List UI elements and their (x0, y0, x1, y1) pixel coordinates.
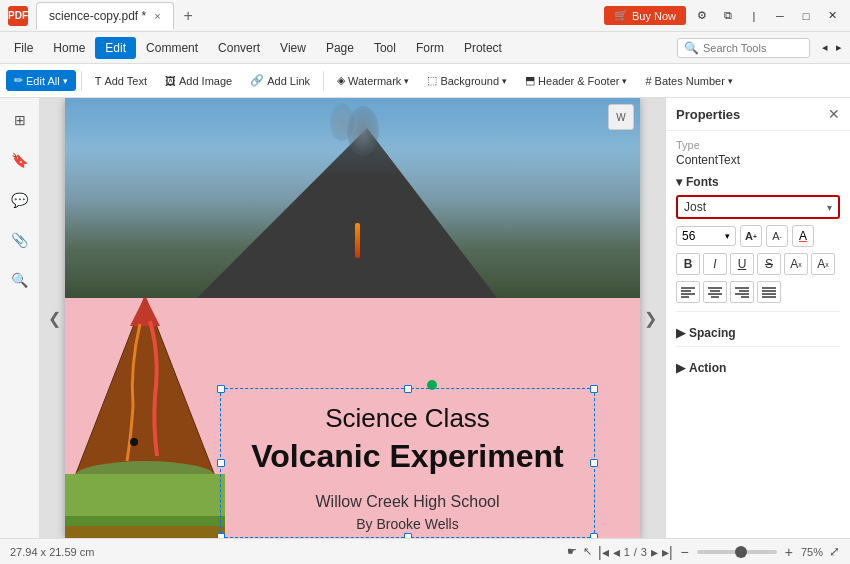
selection-handle-br[interactable] (590, 533, 598, 538)
last-page-button[interactable]: ▸| (662, 544, 673, 560)
superscript-button[interactable]: Ax (784, 253, 808, 275)
header-footer-button[interactable]: ⬒ Header & Footer ▾ (517, 70, 635, 91)
school-name-text[interactable]: Willow Creek High School (225, 493, 590, 511)
zoom-slider[interactable] (697, 550, 777, 554)
status-bar-right: ☛ ↖ |◂ ◂ 1 / 3 ▸ ▸| − + 75% ⤢ (567, 544, 840, 560)
zoom-level: 75% (801, 546, 823, 558)
size-dropdown-arrow-icon: ▾ (725, 231, 730, 241)
add-text-icon: T (95, 75, 102, 87)
menu-tool[interactable]: Tool (364, 37, 406, 59)
science-class-text[interactable]: Science Class (225, 403, 590, 434)
minimize-button[interactable]: ─ (770, 6, 790, 26)
page-nav-left[interactable]: ❮ (48, 309, 61, 328)
fonts-section-header[interactable]: ▾ Fonts (676, 175, 840, 189)
header-footer-icon: ⬒ (525, 74, 535, 87)
menu-arrow-right[interactable]: ▸ (832, 39, 846, 56)
underline-button[interactable]: U (730, 253, 754, 275)
align-justify-button[interactable] (757, 281, 781, 303)
zoom-out-button[interactable]: − (679, 544, 691, 560)
tab-close-btn[interactable]: × (154, 10, 160, 22)
menu-form[interactable]: Form (406, 37, 454, 59)
wps-icon[interactable]: W (608, 104, 634, 130)
panel-close-button[interactable]: ✕ (828, 106, 840, 122)
add-image-icon: 🖼 (165, 75, 176, 87)
zoom-thumb[interactable] (735, 546, 747, 558)
selection-handle-bl[interactable] (217, 533, 225, 538)
menu-convert[interactable]: Convert (208, 37, 270, 59)
font-dropdown[interactable]: Jost ▾ (676, 195, 840, 219)
spacing-section-header[interactable]: ▶ Spacing (676, 326, 840, 340)
menu-edit[interactable]: Edit (95, 37, 136, 59)
watermark-button[interactable]: ◈ Watermark ▾ (329, 70, 417, 91)
window-icon-2: ⧉ (718, 6, 738, 26)
add-link-button[interactable]: 🔗 Add Link (242, 70, 318, 91)
buy-now-button[interactable]: 🛒 Buy Now (604, 6, 686, 25)
add-text-button[interactable]: T Add Text (87, 71, 155, 91)
selection-handle-tm[interactable] (404, 385, 412, 393)
selection-handle-ml[interactable] (217, 459, 225, 467)
edit-all-button[interactable]: ✏ Edit All ▾ (6, 70, 76, 91)
sidebar-icon-pages[interactable]: ⊞ (6, 106, 34, 134)
page-nav-right[interactable]: ❯ (644, 309, 657, 328)
prev-page-button[interactable]: ◂ (613, 544, 620, 560)
sidebar-icon-search[interactable]: 🔍 (6, 266, 34, 294)
selection-handle-tl[interactable] (217, 385, 225, 393)
bold-button[interactable]: B (676, 253, 700, 275)
action-section-header[interactable]: ▶ Action (676, 361, 840, 375)
font-dropdown-arrow-icon: ▾ (827, 202, 832, 213)
volcanic-experiment-text[interactable]: Volcanic Experiment (225, 438, 590, 475)
align-right-button[interactable] (730, 281, 754, 303)
bates-icon: # (645, 75, 651, 87)
font-size-down-button[interactable]: A- (766, 225, 788, 247)
window-close-button[interactable]: ✕ (822, 6, 842, 26)
volcano-svg (65, 296, 225, 538)
font-size-dropdown[interactable]: 56 ▾ (676, 226, 736, 246)
strikethrough-button[interactable]: S (757, 253, 781, 275)
maximize-button[interactable]: □ (796, 6, 816, 26)
first-page-button[interactable]: |◂ (598, 544, 609, 560)
align-left-button[interactable] (676, 281, 700, 303)
menu-protect[interactable]: Protect (454, 37, 512, 59)
zoom-in-button[interactable]: + (783, 544, 795, 560)
panel-body: Type ContentText ▾ Fonts Jost ▾ 56 ▾ A+ (666, 131, 850, 538)
watermark-icon: ◈ (337, 74, 345, 87)
menu-home[interactable]: Home (43, 37, 95, 59)
menu-comment[interactable]: Comment (136, 37, 208, 59)
menu-file[interactable]: File (4, 37, 43, 59)
sidebar-icon-comment[interactable]: 💬 (6, 186, 34, 214)
italic-button[interactable]: I (703, 253, 727, 275)
title-bar: PDF science-copy.pdf * × + 🛒 Buy Now ⚙ ⧉… (0, 0, 850, 32)
menu-arrow-left[interactable]: ◂ (818, 39, 832, 56)
cursor-icon-2: ↖ (583, 545, 592, 558)
add-link-icon: 🔗 (250, 74, 264, 87)
selection-handle-tr[interactable] (590, 385, 598, 393)
main-area: ⊞ 🔖 💬 📎 🔍 ❮ (0, 98, 850, 538)
new-tab-btn[interactable]: + (176, 7, 201, 25)
bates-number-button[interactable]: # Bates Number ▾ (637, 71, 740, 91)
alignment-row (676, 281, 840, 303)
font-size-up-button[interactable]: A+ (740, 225, 762, 247)
selection-handle-mr[interactable] (590, 459, 598, 467)
next-page-button[interactable]: ▸ (651, 544, 658, 560)
type-label: Type (676, 139, 840, 151)
selection-handle-bm[interactable] (404, 533, 412, 538)
align-center-button[interactable] (703, 281, 727, 303)
background-button[interactable]: ⬚ Background ▾ (419, 70, 515, 91)
edit-all-dropdown-arrow: ▾ (63, 76, 68, 86)
active-tab[interactable]: science-copy.pdf * × (36, 2, 174, 30)
spacing-arrow-icon: ▶ (676, 326, 685, 340)
properties-panel: Properties ✕ Type ContentText ▾ Fonts Jo… (665, 98, 850, 538)
search-tools-input[interactable] (703, 42, 803, 54)
search-tools-box[interactable]: 🔍 (677, 38, 810, 58)
menu-page[interactable]: Page (316, 37, 364, 59)
author-text[interactable]: By Brooke Wells (225, 516, 590, 532)
subscript-button[interactable]: Ax (811, 253, 835, 275)
add-image-button[interactable]: 🖼 Add Image (157, 71, 240, 91)
action-arrow-icon: ▶ (676, 361, 685, 375)
sidebar-icon-attachment[interactable]: 📎 (6, 226, 34, 254)
font-color-button[interactable]: A (792, 225, 814, 247)
menu-view[interactable]: View (270, 37, 316, 59)
page-container: W Science Class Volcanic Experiment Will… (65, 98, 640, 538)
sidebar-icon-bookmark[interactable]: 🔖 (6, 146, 34, 174)
fit-page-button[interactable]: ⤢ (829, 544, 840, 559)
